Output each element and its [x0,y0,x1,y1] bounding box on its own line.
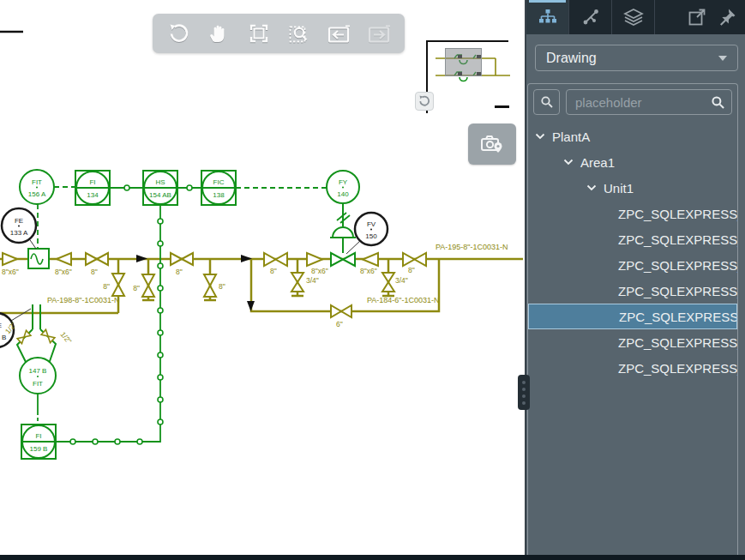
instrument-fic-138[interactable]: FIC 138 [201,171,236,205]
layers-icon [623,8,644,27]
sidebar-resize-handle[interactable] [518,375,530,410]
tree-item-drawing[interactable]: ZPC_SQLEXPRESS_ [528,355,737,381]
search-toggle-button[interactable] [533,89,560,115]
instrument-fit-147b[interactable]: 147 B FIT [20,358,56,394]
svg-text:8": 8" [219,282,225,291]
pid-viewer-window: FIT 156 A FI 134 HS 154 AB [0,0,745,560]
svg-text:8": 8" [176,268,183,276]
signal-line-nodes [70,185,192,444]
camera-location-icon [479,133,505,155]
signal-lines [38,187,327,442]
svg-text:FIT: FIT [32,178,42,186]
tree-item-drawing[interactable]: ZPC_SQLEXPRESS_ [528,226,737,252]
svg-text:138: 138 [213,191,225,199]
svg-text:8": 8" [270,267,277,275]
instrument-fi-134[interactable]: FI 134 [75,171,110,205]
pin-sidebar-button[interactable] [718,8,736,27]
fit-to-view-button[interactable] [244,19,273,48]
svg-text:FY: FY [339,178,348,186]
svg-text:8": 8" [133,284,140,292]
relationships-icon [581,8,600,27]
svg-text:FIT: FIT [33,380,43,388]
tree-item-unit1[interactable]: Unit1 [528,175,737,201]
tab-layers[interactable] [612,0,655,34]
svg-text:147 B: 147 B [29,367,47,375]
drawing-dropdown[interactable]: Drawing [535,45,738,71]
minimap-reset-icon [418,94,431,108]
svg-text:6": 6" [336,320,343,328]
chevron-down-icon [718,56,727,61]
svg-text:8"x6": 8"x6" [311,267,328,275]
instrument-fv-150[interactable]: FV 150 [355,213,388,245]
vertical-valves[interactable] [112,274,216,297]
tree-item-drawing[interactable]: ZPC_SQLEXPRESS_ [528,201,737,226]
svg-text:8"x6": 8"x6" [55,268,72,276]
svg-text:156 A: 156 A [28,190,46,198]
tree-item-drawing[interactable]: ZPC_SQLEXPRESS_ [528,278,737,304]
svg-text:3/4": 3/4" [306,276,319,285]
search-row [528,84,737,120]
svg-text:FIC: FIC [213,178,225,186]
chevron-down-icon[interactable] [563,159,574,166]
svg-text:133 B: 133 B [0,334,6,341]
snapshot-location-button[interactable] [468,123,516,165]
search-icon [540,95,554,109]
fit-to-view-icon [247,21,271,45]
svg-text:140: 140 [337,190,349,198]
minimap-border-top [426,40,508,42]
svg-text:FI: FI [89,178,95,186]
instrument-hs-154ab[interactable]: HS 154 AB [143,171,177,205]
pipe-label-pa184[interactable]: PA-184-6"-1C0031-N [367,296,440,304]
tree-item-drawing-selected[interactable]: ZPC_SQLEXPRESS_ [528,304,737,329]
minimap-scale-mark [495,105,509,108]
chevron-down-icon[interactable] [535,133,545,140]
sidebar-tabbar [526,0,745,34]
svg-text:FI: FI [35,432,41,440]
svg-text:8"x6": 8"x6" [2,268,19,276]
zoom-window-icon [286,21,310,45]
pipe-label-pa198[interactable]: PA-198-8"-1C0031-N [47,296,120,304]
flow-element-box[interactable] [28,238,49,268]
tab-hierarchy[interactable] [526,0,569,34]
bottom-bar [0,555,745,560]
tree-item-planta[interactable]: PlantA [528,123,737,149]
instrument-fi-159b[interactable]: FI 159 B [21,425,56,459]
tree-item-drawing[interactable]: ZPC_SQLEXPRESS_ [528,252,737,278]
sidebar: Drawing [525,0,745,560]
open-in-new-button[interactable] [688,8,706,27]
svg-text:133 A: 133 A [10,229,28,237]
svg-text:HS: HS [155,178,165,186]
svg-text:FE: FE [15,217,23,225]
tree-item-drawing[interactable]: ZPC_SQLEXPRESS_ [528,329,737,355]
svg-text:3/4": 3/4" [395,276,408,285]
reset-view-button[interactable] [164,19,193,48]
tab-relationships[interactable] [569,0,612,34]
chevron-down-icon[interactable] [586,184,597,191]
reset-view-icon [166,21,190,45]
instrument-fe-133a[interactable]: FE 133 A [2,208,36,243]
tree-container: PlantA Area1 Unit1 ZPC_SQLEXP [527,83,738,560]
drawing-dropdown-value: Drawing [546,51,597,66]
hand-icon [207,21,231,45]
svg-text:150: 150 [365,232,377,240]
viewer-toolbar [153,14,405,53]
instrument-fit-156a[interactable]: FIT 156 A [20,170,54,204]
open-in-new-icon [688,8,706,27]
minimap-reset-button[interactable] [415,92,434,111]
hierarchy-tree: PlantA Area1 Unit1 ZPC_SQLEXP [528,123,737,381]
drawing-canvas[interactable]: FIT 156 A FI 134 HS 154 AB [0,0,525,560]
svg-text:134: 134 [87,191,99,199]
instrument-fy-140[interactable]: FY 140 [327,171,359,203]
tree-item-area1[interactable]: Area1 [528,149,737,175]
svg-text:159 B: 159 B [30,445,48,453]
zoom-window-button[interactable] [284,19,313,48]
search-input[interactable] [566,89,732,115]
minimap-viewport[interactable] [445,48,482,76]
pan-button[interactable] [204,19,233,48]
pipe-label-pa195[interactable]: PA-195-8"-1C0031-N [436,243,508,251]
pin-icon [718,8,736,27]
sidebar-panel: Drawing [526,34,745,560]
view-back-button[interactable] [324,19,353,48]
view-forward-button[interactable] [364,19,394,48]
svg-text:154 AB: 154 AB [149,191,171,199]
